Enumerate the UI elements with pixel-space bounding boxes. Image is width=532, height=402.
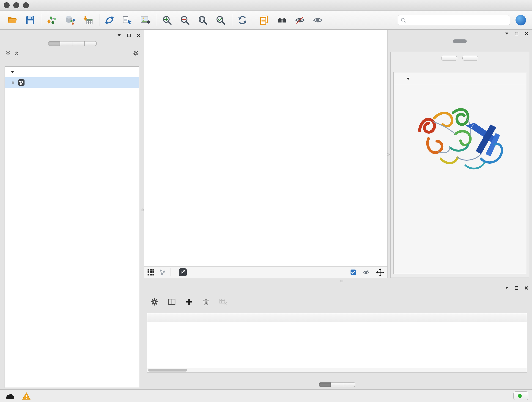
search-input[interactable] bbox=[408, 17, 507, 23]
float-panel-icon[interactable] bbox=[117, 34, 121, 37]
tab-network[interactable] bbox=[48, 41, 60, 46]
hide-graphics-button[interactable] bbox=[293, 13, 306, 27]
window-close-button[interactable] bbox=[4, 2, 10, 8]
home-views-button[interactable] bbox=[276, 13, 288, 27]
network-overview-icon[interactable] bbox=[159, 269, 166, 276]
tab-style[interactable] bbox=[60, 41, 72, 46]
tab-string-results[interactable] bbox=[453, 39, 467, 43]
expand-all-icon[interactable] bbox=[14, 51, 19, 56]
toolbar-separator bbox=[157, 14, 157, 26]
network-view-canvas[interactable] bbox=[144, 30, 388, 266]
float-panel-icon[interactable] bbox=[505, 287, 509, 289]
table-panel-header bbox=[144, 284, 530, 293]
add-column-icon[interactable] bbox=[185, 298, 193, 306]
table-settings-gear-icon[interactable] bbox=[150, 298, 158, 306]
houses-icon bbox=[277, 15, 287, 26]
window-controls bbox=[4, 2, 29, 8]
expand-all-button[interactable] bbox=[441, 56, 457, 61]
control-panel-tabs bbox=[2, 41, 143, 46]
import-database-icon bbox=[65, 15, 75, 26]
zoom-selected-button[interactable] bbox=[214, 13, 227, 27]
current-network-dot bbox=[12, 81, 14, 84]
show-graphics-button[interactable] bbox=[311, 13, 324, 27]
network-row[interactable] bbox=[5, 77, 139, 88]
eye-icon bbox=[312, 15, 323, 26]
collapse-all-icon[interactable] bbox=[6, 51, 11, 56]
table-panel-title bbox=[144, 285, 147, 291]
eye-slash-icon bbox=[295, 15, 305, 26]
warnings-icon[interactable] bbox=[22, 392, 31, 400]
control-panel bbox=[2, 32, 143, 388]
protein-structure-image bbox=[407, 91, 513, 188]
tab-select[interactable] bbox=[72, 41, 85, 46]
zoom-fit-button[interactable] bbox=[196, 13, 209, 27]
table-horizontal-scrollbar[interactable] bbox=[147, 368, 527, 372]
results-panel-title bbox=[389, 31, 392, 37]
apply-layout-button[interactable] bbox=[236, 13, 249, 27]
tab-node-table[interactable] bbox=[319, 382, 331, 387]
protein-card-cdk1 bbox=[393, 72, 526, 274]
maximize-panel-icon[interactable] bbox=[515, 32, 519, 36]
zoom-out-button[interactable] bbox=[178, 13, 191, 27]
memory-button[interactable] bbox=[513, 391, 528, 400]
export-image-button[interactable] bbox=[139, 13, 152, 27]
help-button[interactable] bbox=[515, 15, 526, 26]
selected-checkbox-icon[interactable] bbox=[350, 269, 356, 275]
network-tools-button[interactable] bbox=[103, 13, 116, 27]
pan-crosshair-icon[interactable] bbox=[376, 268, 384, 276]
show-columns-icon[interactable] bbox=[168, 298, 176, 306]
zoom-in-icon bbox=[162, 15, 172, 26]
window-minimize-button[interactable] bbox=[13, 2, 19, 8]
tree-expand-icon[interactable] bbox=[11, 71, 14, 73]
save-session-button[interactable] bbox=[24, 13, 37, 27]
results-panel bbox=[389, 30, 530, 278]
grid-view-icon[interactable] bbox=[147, 269, 155, 276]
zoom-out-icon bbox=[180, 15, 190, 26]
new-network-from-selection-button[interactable] bbox=[121, 13, 134, 27]
window-zoom-button[interactable] bbox=[23, 2, 29, 8]
close-panel-icon[interactable] bbox=[137, 33, 141, 37]
hidden-eye-icon[interactable] bbox=[363, 269, 370, 276]
maximize-panel-icon[interactable] bbox=[127, 33, 131, 37]
network-collection-row[interactable] bbox=[5, 67, 139, 77]
export-view-icon[interactable] bbox=[178, 268, 187, 277]
status-bar bbox=[0, 389, 532, 402]
cloud-status-icon[interactable] bbox=[5, 393, 15, 400]
crosslink-row-pharos bbox=[394, 206, 526, 210]
table-toolbar bbox=[150, 294, 236, 309]
tab-network-table[interactable] bbox=[343, 382, 355, 387]
string-results-box bbox=[390, 52, 529, 278]
gear-icon[interactable] bbox=[133, 50, 139, 56]
maximize-panel-icon[interactable] bbox=[515, 286, 519, 290]
tab-sets[interactable] bbox=[85, 41, 97, 46]
memory-status-dot bbox=[518, 394, 522, 398]
network-tree bbox=[5, 66, 139, 388]
scrollbar-thumb[interactable] bbox=[148, 369, 187, 371]
close-panel-icon[interactable] bbox=[525, 286, 528, 290]
collapse-section-icon[interactable] bbox=[406, 77, 410, 80]
import-network-file-button[interactable] bbox=[46, 13, 58, 27]
network-selection-bar bbox=[2, 48, 143, 58]
import-table-button[interactable] bbox=[81, 13, 94, 27]
splitter-handle-left[interactable] bbox=[141, 209, 144, 211]
close-panel-icon[interactable] bbox=[525, 32, 528, 36]
zoom-in-button[interactable] bbox=[161, 13, 173, 27]
network-view-toolbar bbox=[144, 266, 388, 278]
network-edges-layer bbox=[144, 30, 387, 266]
splitter-handle-right[interactable] bbox=[387, 153, 390, 156]
table-type-tabs bbox=[319, 382, 355, 387]
open-session-button[interactable] bbox=[6, 13, 19, 27]
float-panel-icon[interactable] bbox=[505, 32, 509, 35]
splitter-handle-bottom[interactable] bbox=[341, 280, 343, 282]
import-network-database-button[interactable] bbox=[63, 13, 76, 27]
crosslink-row-tissues bbox=[394, 203, 526, 206]
blue-arrows-icon bbox=[104, 15, 115, 26]
crosslink-row-uniprot bbox=[394, 194, 526, 197]
copy-document-button[interactable] bbox=[258, 13, 271, 27]
collapse-all-button[interactable] bbox=[462, 56, 478, 61]
delete-column-icon[interactable] bbox=[202, 298, 210, 306]
tab-edge-table[interactable] bbox=[331, 382, 343, 387]
crosslinks-heading bbox=[394, 188, 526, 194]
protein-card-header[interactable] bbox=[394, 72, 526, 85]
search-box[interactable] bbox=[398, 15, 510, 25]
